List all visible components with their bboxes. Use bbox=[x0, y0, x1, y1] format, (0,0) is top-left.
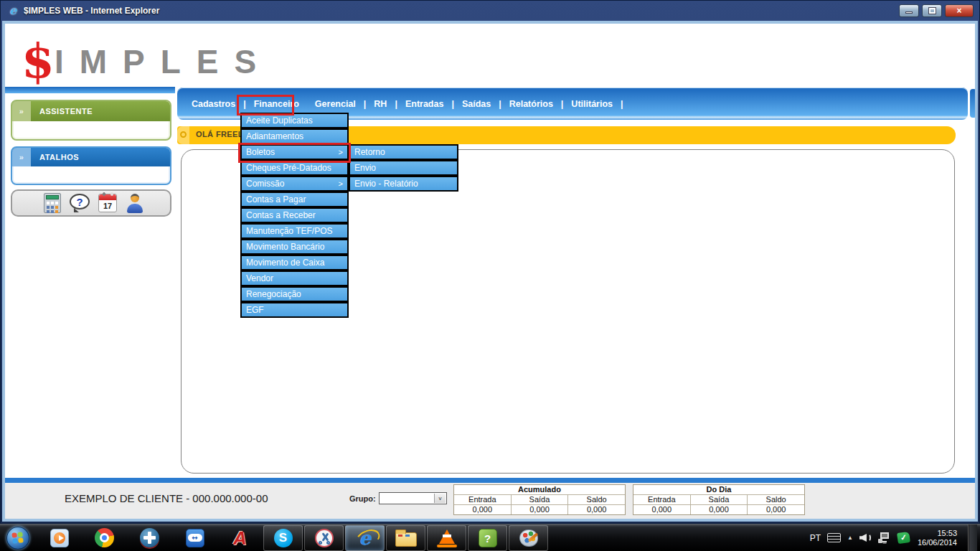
submenu-arrow-icon: > bbox=[339, 177, 343, 190]
taskbar-item-green-help-app[interactable]: ? bbox=[468, 525, 507, 551]
atalhos-label: ATALHOS bbox=[39, 153, 79, 161]
start-button[interactable] bbox=[6, 527, 29, 550]
atalhos-header[interactable]: » ATALHOS bbox=[12, 148, 170, 166]
chevron-icon: » bbox=[12, 148, 31, 166]
help-icon[interactable]: ? bbox=[70, 194, 90, 212]
chrome-icon bbox=[95, 528, 114, 547]
table-value-cell: 0,000 bbox=[512, 505, 568, 514]
windows-flag-icon bbox=[11, 532, 23, 543]
media-player-icon bbox=[50, 529, 69, 547]
atalhos-panel: » ATALHOS bbox=[11, 146, 171, 185]
restore-button[interactable] bbox=[922, 4, 942, 17]
titlebar[interactable]: e $IMPLES WEB - Internet Explorer × bbox=[1, 1, 979, 21]
acumulado-table: Acumulado Entrada Saída Saldo 0,000 0,00… bbox=[453, 484, 626, 515]
table-value-cell: 0,000 bbox=[454, 505, 511, 514]
footer-blue-strip bbox=[5, 478, 975, 483]
red-a-app-icon: A bbox=[233, 529, 247, 547]
table-header-cell: Entrada bbox=[454, 495, 511, 504]
internet-explorer-icon: e bbox=[359, 528, 371, 548]
menu-separator: | bbox=[557, 99, 567, 109]
menu-item-movimento-bancario[interactable]: Movimento Bancário bbox=[240, 239, 349, 255]
menubar-item-cadastros[interactable]: Cadastros bbox=[187, 96, 240, 112]
grupo-label: Grupo: bbox=[349, 494, 376, 503]
green-question-icon: ? bbox=[479, 529, 497, 547]
logo-text: IMPLES bbox=[55, 43, 272, 80]
taskbar-item-plus-app[interactable] bbox=[127, 528, 172, 547]
minimize-button[interactable] bbox=[899, 4, 919, 17]
menubar-item-relatorios[interactable]: Relatórios bbox=[505, 96, 557, 112]
menu-item-vendor[interactable]: Vendor bbox=[240, 270, 349, 286]
submenu-item-retorno[interactable]: Retorno bbox=[349, 144, 458, 160]
chevron-icon: » bbox=[12, 101, 31, 121]
taskbar-item-snipping-tool[interactable] bbox=[304, 525, 344, 551]
taskbar-item-vlc[interactable] bbox=[427, 525, 466, 551]
menubar-item-rh[interactable]: RH bbox=[369, 96, 391, 112]
menu-item-adiantamentos[interactable]: Adiantamentos bbox=[240, 128, 349, 144]
assistente-header[interactable]: » ASSISTENTE bbox=[12, 101, 170, 121]
menubar-item-entradas[interactable]: Entradas bbox=[401, 96, 448, 112]
menubar-item-utilitarios[interactable]: Utilitários bbox=[567, 96, 617, 112]
vlc-cone-icon bbox=[437, 529, 457, 547]
antivirus-check-icon[interactable]: ✓ bbox=[897, 532, 910, 544]
taskbar: ↔ A S e ? PT ▲ ✓ bbox=[0, 524, 980, 551]
table-header-cell: Entrada bbox=[633, 495, 690, 504]
menu-item-comissao[interactable]: Comissão> bbox=[240, 176, 349, 192]
annotation-box-financeiro bbox=[237, 95, 294, 116]
show-desktop-button[interactable] bbox=[968, 524, 977, 551]
client-label: EXEMPLO DE CLIENTE - 000.000.000-00 bbox=[65, 492, 268, 504]
volume-icon[interactable] bbox=[859, 532, 872, 543]
table-header-cell: Saldo bbox=[748, 495, 804, 504]
taskbar-item-file-explorer[interactable] bbox=[386, 525, 425, 551]
grupo-select[interactable]: v bbox=[379, 492, 447, 504]
table-value-cell: 0,000 bbox=[633, 505, 690, 514]
calendar-day: 17 bbox=[99, 202, 116, 210]
language-indicator[interactable]: PT bbox=[810, 533, 821, 543]
menu-separator: | bbox=[495, 99, 505, 109]
calendar-icon[interactable]: 17 bbox=[98, 194, 117, 212]
desktop: e $IMPLES WEB - Internet Explorer × $IMP… bbox=[0, 0, 980, 551]
taskbar-item-red-a-app[interactable]: A bbox=[217, 529, 263, 547]
keyboard-icon[interactable] bbox=[827, 533, 841, 542]
menu-item-contas-a-pagar[interactable]: Contas a Pagar bbox=[240, 192, 349, 207]
calculator-icon[interactable] bbox=[44, 193, 61, 213]
minimize-icon bbox=[905, 11, 913, 14]
menu-item-manutencao-tef-pos[interactable]: Manutenção TEF/POS bbox=[240, 223, 349, 239]
show-hidden-icons-arrow[interactable]: ▲ bbox=[847, 534, 853, 541]
table-header-cell: Saída bbox=[691, 495, 748, 504]
plus-circle-icon bbox=[140, 528, 159, 547]
tray-clock[interactable]: 15:53 16/06/2014 bbox=[916, 529, 961, 547]
table-title: Acumulado bbox=[454, 485, 625, 494]
menu-separator: | bbox=[391, 99, 401, 109]
submenu-item-envio-relatorio[interactable]: Envio - Relatório bbox=[349, 176, 458, 192]
menu-item-renegociacao[interactable]: Renegociação bbox=[240, 286, 349, 302]
menu-item-movimento-de-caixa[interactable]: Movimento de Caixa bbox=[240, 255, 349, 270]
menubar-item-saidas[interactable]: Saídas bbox=[458, 96, 495, 112]
menu-item-contas-a-receber[interactable]: Contas a Receber bbox=[240, 207, 349, 223]
taskbar-item-paint[interactable] bbox=[509, 525, 548, 551]
menu-item-egf[interactable]: EGF bbox=[240, 302, 349, 318]
teamviewer-icon: ↔ bbox=[186, 529, 204, 547]
logo-dollar: $ bbox=[22, 33, 55, 89]
window-frame: $IMPLES Cadastros| Financeiro Gerencial|… bbox=[2, 21, 978, 522]
footer: EXEMPLO DE CLIENTE - 000.000.000-00 Grup… bbox=[5, 483, 975, 519]
close-button[interactable]: × bbox=[945, 4, 974, 17]
menu-separator: | bbox=[448, 99, 458, 109]
taskbar-item-teamviewer[interactable]: ↔ bbox=[172, 529, 217, 547]
submenu-item-envio[interactable]: Envio bbox=[349, 160, 458, 176]
select-arrow-icon: v bbox=[434, 494, 446, 503]
menubar-item-gerencial[interactable]: Gerencial bbox=[311, 96, 360, 112]
ie-titlebar-icon: e bbox=[6, 4, 19, 17]
snipping-tool-icon bbox=[315, 529, 334, 547]
page: $IMPLES Cadastros| Financeiro Gerencial|… bbox=[5, 24, 975, 519]
user-icon[interactable] bbox=[126, 193, 144, 213]
boletos-submenu: Retorno Envio Envio - Relatório bbox=[349, 144, 458, 192]
taskbar-item-chrome[interactable] bbox=[82, 528, 127, 547]
window-title: $IMPLES WEB - Internet Explorer bbox=[24, 6, 159, 16]
taskbar-item-internet-explorer[interactable]: e bbox=[345, 525, 385, 551]
network-icon[interactable] bbox=[878, 532, 891, 543]
menubar-right-nub bbox=[970, 89, 975, 118]
taskbar-item-skype[interactable]: S bbox=[263, 525, 303, 551]
taskbar-item-media-player[interactable] bbox=[37, 529, 82, 547]
table-header-cell: Saldo bbox=[568, 495, 625, 504]
table-title: Do Dia bbox=[633, 485, 804, 494]
